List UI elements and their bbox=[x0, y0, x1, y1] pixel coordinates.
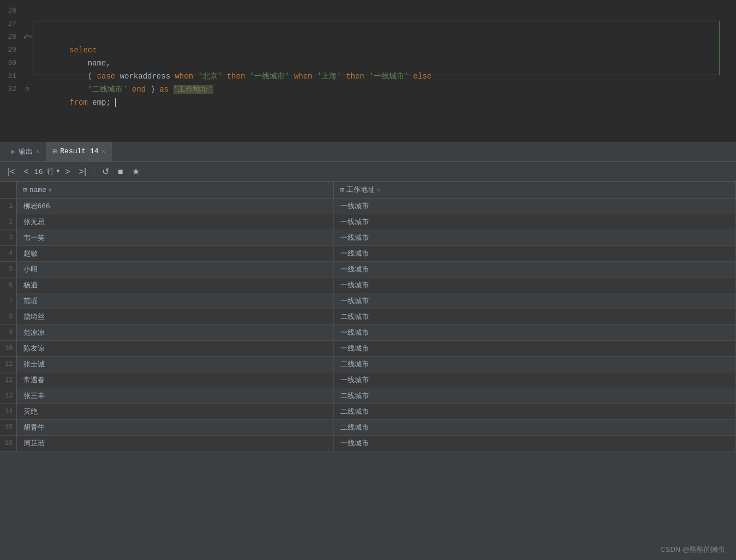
cell-address: 二线城市 bbox=[333, 309, 735, 325]
cell-address: 一线城市 bbox=[333, 293, 735, 309]
cell-name: 杨逍 bbox=[16, 278, 333, 293]
table-row: 7范瑶一线城市 bbox=[0, 293, 736, 309]
prev-page-button[interactable]: < bbox=[21, 165, 32, 179]
code-line-26: 26 bbox=[0, 4, 736, 17]
table-row: 10陈友谅一线城市 bbox=[0, 341, 736, 357]
stop-button[interactable]: ■ bbox=[115, 165, 127, 179]
row-count-chevron: ▼ bbox=[56, 168, 59, 174]
cell-address: 一线城市 bbox=[333, 372, 735, 388]
cell-address: 二线城市 bbox=[333, 420, 735, 436]
cell-address: 二线城市 bbox=[333, 404, 735, 420]
cell-name: 小昭 bbox=[16, 262, 333, 278]
line-content-32[interactable]: from emp; bbox=[33, 83, 736, 122]
cell-name: 常遇春 bbox=[16, 372, 333, 388]
cell-name: 黛绮丝 bbox=[16, 309, 333, 325]
cell-address: 一线城市 bbox=[333, 436, 735, 451]
cell-address: 一线城市 bbox=[333, 278, 735, 293]
row-number: 8 bbox=[0, 309, 16, 325]
col-header-address[interactable]: ⊞ 工作地址 ⇅ bbox=[333, 182, 735, 198]
fold-icon-28[interactable]: ⊟ bbox=[28, 31, 32, 44]
field-emp: emp; bbox=[88, 98, 111, 107]
cell-name: 张三丰 bbox=[16, 388, 333, 404]
cell-name: 灭绝 bbox=[16, 404, 333, 420]
code-line-32: 32 ⊟ from emp; bbox=[0, 83, 736, 96]
cell-name: 胡青牛 bbox=[16, 420, 333, 436]
line-number-29: 29 bbox=[0, 44, 22, 57]
row-number: 4 bbox=[0, 246, 16, 262]
refresh-button[interactable]: ↺ bbox=[99, 164, 112, 179]
last-page-button[interactable]: >| bbox=[76, 165, 90, 179]
col-header-name[interactable]: ⊞ name ⇅ bbox=[16, 182, 333, 198]
table-row: 8黛绮丝二线城市 bbox=[0, 309, 736, 325]
tabs-bar: ▶ 输出 ✕ ⊞ Result 14 ✕ bbox=[0, 142, 736, 162]
next-page-button[interactable]: > bbox=[62, 165, 73, 179]
output-play-icon: ▶ bbox=[11, 147, 15, 156]
results-table: ⊞ name ⇅ ⊞ 工作地址 ⇅ 1柳岩666一线城市2 bbox=[0, 182, 736, 451]
row-number: 1 bbox=[0, 198, 16, 214]
row-number: 14 bbox=[0, 404, 16, 420]
cell-name: 韦一笑 bbox=[16, 230, 333, 246]
line-number-31: 31 bbox=[0, 70, 22, 83]
tab-output[interactable]: ▶ 输出 ✕ bbox=[4, 142, 46, 162]
results-toolbar: |< < 16 行 ▼ > >| ↺ ■ ★ bbox=[0, 162, 736, 182]
row-number: 2 bbox=[0, 214, 16, 230]
table-row: 13张三丰二线城市 bbox=[0, 388, 736, 404]
tab-output-label: 输出 bbox=[19, 147, 33, 156]
toolbar-separator bbox=[94, 166, 94, 177]
editor-area: 26 27 28 ✓ ⊟ select 29 name, bbox=[0, 0, 736, 142]
fold-icon-32[interactable]: ⊟ bbox=[26, 83, 29, 96]
cell-address: 一线城市 bbox=[333, 341, 735, 357]
row-number: 11 bbox=[0, 357, 16, 372]
tab-output-close[interactable]: ✕ bbox=[36, 148, 40, 155]
line-number-28: 28 bbox=[0, 31, 22, 44]
row-count-selector[interactable]: 16 行 ▼ bbox=[34, 167, 59, 177]
results-table-container[interactable]: ⊞ name ⇅ ⊞ 工作地址 ⇅ 1柳岩666一线城市2 bbox=[0, 182, 736, 560]
table-row: 9范凉凉一线城市 bbox=[0, 325, 736, 341]
table-header: ⊞ name ⇅ ⊞ 工作地址 ⇅ bbox=[0, 182, 736, 198]
table-row: 12常遇春一线城市 bbox=[0, 372, 736, 388]
first-page-button[interactable]: |< bbox=[4, 165, 19, 179]
kw-from: from bbox=[69, 98, 88, 107]
header-row: ⊞ name ⇅ ⊞ 工作地址 ⇅ bbox=[0, 182, 736, 198]
table-row: 1柳岩666一线城市 bbox=[0, 198, 736, 214]
cell-address: 一线城市 bbox=[333, 230, 735, 246]
tab-result[interactable]: ⊞ Result 14 ✕ bbox=[46, 142, 112, 162]
code-line-31: 31 '二线城市' end ) as '工作地址' bbox=[0, 70, 736, 83]
name-sort-icon[interactable]: ⇅ bbox=[49, 186, 52, 193]
row-number: 5 bbox=[0, 262, 16, 278]
table-row: 11张士诚二线城市 bbox=[0, 357, 736, 372]
line-gutter-32: ⊟ bbox=[22, 83, 33, 96]
cell-address: 一线城市 bbox=[333, 198, 735, 214]
result-grid-icon: ⊞ bbox=[52, 147, 57, 156]
row-number: 9 bbox=[0, 325, 16, 341]
row-number: 10 bbox=[0, 341, 16, 357]
line-number-32: 32 bbox=[0, 83, 22, 96]
cell-address: 一线城市 bbox=[333, 214, 735, 230]
name-col-grid-icon: ⊞ bbox=[23, 186, 27, 194]
line-number-26: 26 bbox=[0, 4, 22, 17]
cell-name: 周芷若 bbox=[16, 436, 333, 451]
code-line-30: 30 ( case workaddress when '北京' then '一线… bbox=[0, 57, 736, 70]
row-number: 7 bbox=[0, 293, 16, 309]
row-number: 15 bbox=[0, 420, 16, 436]
col-name-label: name bbox=[29, 186, 46, 194]
table-row: 15胡青牛二线城市 bbox=[0, 420, 736, 436]
tab-result-label: Result 14 bbox=[60, 147, 98, 155]
address-col-grid-icon: ⊞ bbox=[340, 186, 344, 194]
row-number: 13 bbox=[0, 388, 16, 404]
table-row: 14灭绝二线城市 bbox=[0, 404, 736, 420]
row-number: 12 bbox=[0, 372, 16, 388]
pin-button[interactable]: ★ bbox=[129, 164, 143, 179]
row-count-label: 16 行 bbox=[34, 167, 54, 177]
cell-address: 二线城市 bbox=[333, 388, 735, 404]
tab-result-close[interactable]: ✕ bbox=[102, 148, 106, 155]
cell-address: 一线城市 bbox=[333, 262, 735, 278]
col-address-label: 工作地址 bbox=[346, 185, 375, 195]
check-icon: ✓ bbox=[23, 31, 28, 44]
address-sort-icon[interactable]: ⇅ bbox=[377, 186, 380, 193]
table-body: 1柳岩666一线城市2张无忌一线城市3韦一笑一线城市4赵敏一线城市5小昭一线城市… bbox=[0, 198, 736, 451]
row-number: 6 bbox=[0, 278, 16, 293]
cell-name: 柳岩666 bbox=[16, 198, 333, 214]
cell-address: 二线城市 bbox=[333, 357, 735, 372]
cell-name: 范瑶 bbox=[16, 293, 333, 309]
